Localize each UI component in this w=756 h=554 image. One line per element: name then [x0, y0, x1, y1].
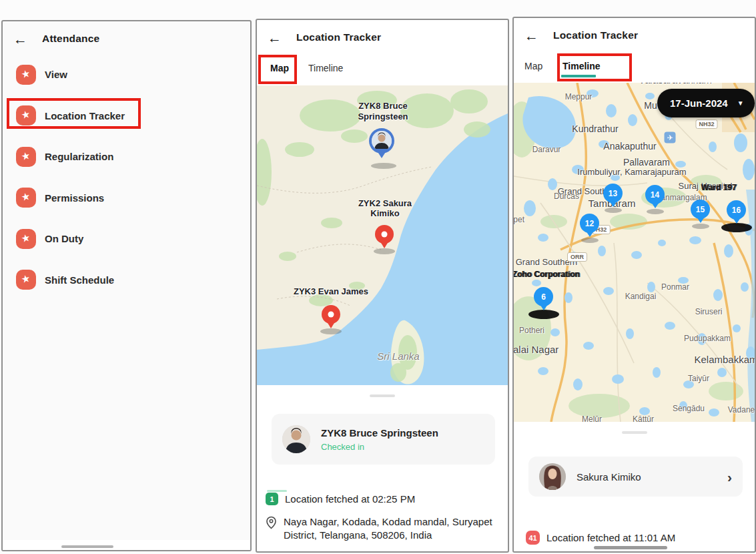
page-title: Location Tracker [296, 31, 381, 43]
location-fetched-row: 1 Location fetched at 02:25 PM [266, 493, 415, 505]
star-icon: ★ [16, 270, 36, 290]
employee-location-pin[interactable] [322, 305, 340, 324]
map-label: Daravur [532, 145, 561, 154]
timeline-screen-header: ← Location Tracker [514, 18, 755, 53]
tab-map[interactable]: Map [524, 61, 542, 71]
menu-item[interactable]: ★ Shift Schedule [3, 260, 250, 301]
chevron-down-icon: ▼ [737, 99, 744, 107]
menu-item[interactable]: ★ On Duty [3, 218, 250, 260]
tab-timeline[interactable]: Timeline [562, 61, 601, 71]
timeline-point-pin[interactable]: 16 [727, 200, 746, 220]
map-label: Kimiko [370, 208, 399, 218]
employee-avatar-pin[interactable] [369, 128, 394, 154]
menu-item[interactable]: ★ View [3, 54, 250, 95]
employee-card[interactable]: Sakura Kimiko › [528, 457, 743, 497]
timeline-point-pin[interactable]: 14 [645, 185, 665, 204]
map-screen-header: ← Location Tracker [257, 20, 508, 55]
map-label: Potheri [519, 326, 544, 335]
employee-name: Sakura Kimiko [577, 471, 641, 483]
map-label: Melūr [582, 414, 602, 422]
address-text: Naya Nagar, Kodada, Kodad mandal, Suryap… [284, 515, 498, 542]
timeline-point-pin[interactable]: 12 [580, 214, 599, 233]
page-title: Location Tracker [553, 29, 638, 41]
map-label: ZYK2 Sakura [358, 198, 412, 208]
map-label: Durcas [554, 192, 579, 201]
checked-in-status: Checked in [321, 442, 438, 452]
map-label: ZYK3 Evan James [294, 286, 368, 296]
star-icon: ★ [16, 65, 36, 85]
map-label: Sri Lanka [377, 350, 419, 362]
map-label: Kāttūr [633, 414, 654, 422]
menu-item-label: Regularization [45, 151, 113, 162]
date-selector[interactable]: 17-Jun-2024 ▼ [657, 89, 755, 117]
back-arrow-icon[interactable]: ← [268, 31, 282, 45]
airport-icon: ✈ [665, 132, 676, 144]
map-label: Ponmar [661, 282, 689, 292]
map-label: Anakaputhur [603, 141, 656, 152]
employee-location-pin[interactable] [375, 225, 394, 244]
map-label: Kandigai [625, 292, 657, 301]
road-badge: ORR [567, 252, 587, 262]
attendance-menu: ★ View ★ Location Tracker ★ Regularizati… [3, 54, 250, 300]
tab-bar: Map Timeline [514, 53, 755, 83]
page-title: Attendance [42, 33, 99, 45]
location-count-badge: 41 [526, 531, 540, 545]
map-label: Siruseri [695, 307, 723, 316]
menu-item[interactable]: ★ Regularization [3, 136, 250, 178]
map-background [514, 83, 755, 422]
avatar [372, 131, 392, 151]
map-label: Kelambakkam [694, 354, 755, 365]
tab-bar: Map Timeline [257, 55, 508, 85]
footer-strip [3, 540, 250, 550]
star-icon: ★ [16, 105, 36, 125]
timeline-point-pin[interactable]: 6 [534, 287, 553, 306]
map-label: halai Nagar [514, 344, 558, 355]
map-label: Irumbuliyur, Kamarajapuram [577, 167, 686, 177]
chevron-right-icon: › [727, 470, 732, 484]
star-icon: ★ [16, 229, 36, 249]
map-label: Mu [644, 100, 657, 111]
map-label: Vadaner [728, 405, 755, 414]
tab-timeline[interactable]: Timeline [308, 63, 343, 73]
menu-item-label: Shift Schedule [45, 274, 114, 286]
map-label: Kundrathur [572, 123, 618, 134]
menu-item[interactable]: ★ Location Tracker [3, 95, 250, 137]
star-icon: ★ [16, 147, 36, 167]
attendance-screen: ← Attendance ★ View ★ Location Tracker ★… [1, 20, 252, 551]
avatar [539, 463, 566, 490]
map-label: ZYK8 Bruce [358, 101, 408, 111]
timeline-point-pin[interactable]: 13 [603, 184, 623, 203]
map-label: Taiyūr [688, 374, 709, 383]
india-map[interactable]: ZYK8 BruceSpringsteenZYK2 SakuraKimikoZY… [257, 85, 508, 385]
address-row: Naya Nagar, Kodada, Kodad mandal, Suryap… [266, 515, 498, 542]
back-arrow-icon[interactable]: ← [13, 32, 27, 46]
bottom-sheet-handle[interactable] [622, 431, 647, 434]
location-fetched-text: Location fetched at 11:01 AM [546, 532, 675, 543]
timeline-point-pin[interactable]: 15 [691, 200, 710, 219]
menu-item-label: Location Tracker [45, 110, 125, 121]
date-selector-label: 17-Jun-2024 [670, 97, 728, 109]
employee-card[interactable]: ZYK8 Bruce Springsteen Checked in [272, 414, 495, 465]
map-label: Valasaravakkam [639, 83, 712, 85]
back-arrow-icon[interactable]: ← [524, 29, 538, 43]
location-fetched-row: 41 Location fetched at 11:01 AM [526, 531, 675, 545]
map-label: Springsteen [358, 111, 408, 121]
loading-dash [267, 490, 287, 492]
map-label: Ward 197 [701, 183, 737, 192]
chennai-map[interactable]: ValasaravakkamMeppurMuKundrathurDaravurA… [514, 83, 755, 422]
active-tab-underline [561, 75, 596, 77]
location-fetched-text: Location fetched at 02:25 PM [285, 493, 415, 505]
location-pin-outline-icon [266, 516, 277, 532]
map-label: Sengādu [673, 404, 705, 413]
map-label: Meppur [565, 92, 593, 101]
home-indicator [594, 546, 667, 549]
menu-item[interactable]: ★ Permissions [3, 178, 250, 219]
attendance-header: ← Attendance [3, 21, 250, 56]
map-label: tpet [514, 215, 524, 224]
bottom-sheet-handle[interactable] [370, 394, 395, 397]
star-icon: ★ [16, 188, 36, 208]
home-indicator [61, 545, 113, 548]
menu-item-label: On Duty [45, 233, 83, 244]
tab-map[interactable]: Map [270, 63, 289, 73]
map-label: Pudupakkam [684, 334, 731, 343]
